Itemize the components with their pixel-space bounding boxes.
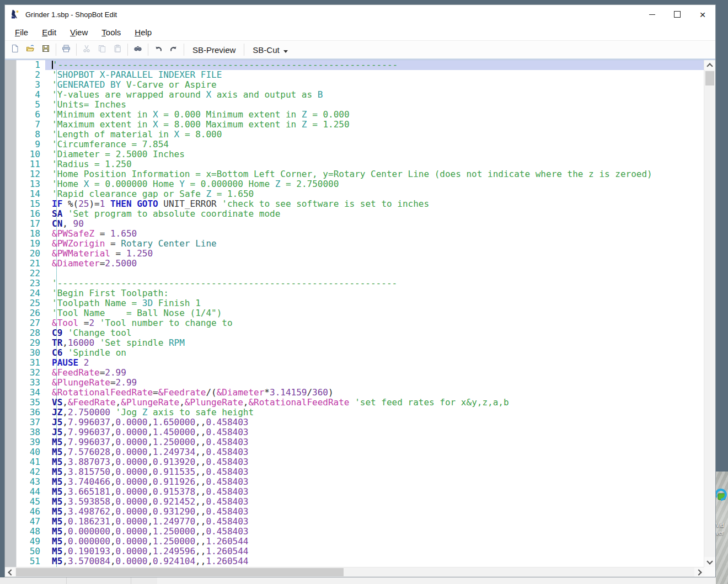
code-line-17[interactable]: 17CN, 90 <box>17 219 704 229</box>
save-button[interactable] <box>39 42 53 57</box>
line-number: 50 <box>17 547 45 556</box>
code-editor[interactable]: 1'--------------------------------------… <box>5 60 715 567</box>
code-line-27[interactable]: 27&Tool =2 'Tool number to change to <box>17 318 704 328</box>
code-line-40[interactable]: 40M5,7.576028,0.0000,1.249734,,0.458403 <box>17 447 704 457</box>
menu-tools[interactable]: Tools <box>96 26 126 39</box>
close-button[interactable]: × <box>690 5 715 24</box>
code-line-50[interactable]: 50M5,0.190193,0.0000,1.249596,,1.260544 <box>17 547 704 556</box>
toolbar-separator <box>56 44 56 56</box>
sb-cut-button[interactable]: SB-Cut <box>247 44 293 56</box>
editor-margin <box>5 60 17 567</box>
code-line-45[interactable]: 45M5,3.593858,0.0000,0.921452,,0.458403 <box>17 497 704 507</box>
code-line-46[interactable]: 46M5,3.498762,0.0000,0.931290,,0.458403 <box>17 507 704 517</box>
code-line-37[interactable]: 37J5,7.996037,0.0000,1.650000,,0.458403 <box>17 417 704 427</box>
code-line-34[interactable]: 34&RotationalFeedRate=&Feedrate/(&Diamet… <box>17 388 704 398</box>
code-line-5[interactable]: 5'Units= Inches <box>17 100 704 110</box>
horizontal-scrollbar[interactable] <box>5 567 704 577</box>
code-line-39[interactable]: 39M5,7.996037,0.0000,1.250000,,0.458403 <box>17 437 704 447</box>
code-line-22[interactable]: 22 <box>17 269 704 278</box>
code-line-18[interactable]: 18&PWSafeZ = 1.650 <box>17 229 704 239</box>
code-line-12[interactable]: 12'Home Position Information = x=Bottom … <box>17 169 704 179</box>
code-line-20[interactable]: 20&PWMaterial = 1.250 <box>17 249 704 259</box>
code-line-38[interactable]: 38J5,7.996037,0.0000,1.450000,,0.458403 <box>17 427 704 437</box>
code-line-35[interactable]: 35VS,&FeedRate,&PlungeRate,&PlungeRate,&… <box>17 398 704 408</box>
menu-file[interactable]: File <box>9 26 34 39</box>
taskbar-divider <box>66 577 67 584</box>
copy-icon <box>98 44 106 55</box>
line-number: 42 <box>17 467 45 477</box>
menu-help[interactable]: Help <box>129 26 157 39</box>
line-number: 1 <box>17 60 45 70</box>
paste-icon <box>113 44 122 55</box>
code-line-43[interactable]: 43M5,3.740466,0.0000,0.911926,,0.458403 <box>17 477 704 487</box>
open-file-icon <box>26 44 35 55</box>
code-line-48[interactable]: 48M5,0.000000,0.0000,1.250000,,0.458403 <box>17 527 704 537</box>
code-line-7[interactable]: 7'Maximum extent in X = 8.000 Maximum ex… <box>17 120 704 130</box>
code-line-49[interactable]: 49M5,0.000000,0.0000,1.250000,,1.260544 <box>17 537 704 547</box>
scroll-right-button[interactable] <box>694 567 704 577</box>
scroll-left-button[interactable] <box>5 567 15 577</box>
code-line-25[interactable]: 25'Toolpath Name = 3D Finish 1 <box>17 298 704 308</box>
code-line-8[interactable]: 8'Length of material in X = 8.000 <box>17 130 704 140</box>
redo-button[interactable] <box>167 42 181 57</box>
code-line-24[interactable]: 24'Begin First Toolpath: <box>17 288 704 298</box>
line-number: 13 <box>17 179 45 189</box>
video-converter-icon[interactable] <box>716 487 728 501</box>
maximize-button[interactable] <box>665 5 690 24</box>
line-number: 11 <box>17 159 45 169</box>
code-line-3[interactable]: 3'GENERATED BY V-Carve or Aspire <box>17 80 704 90</box>
code-line-33[interactable]: 33&PlungeRate=2.99 <box>17 378 704 388</box>
scroll-down-button[interactable] <box>704 557 715 567</box>
minimize-icon <box>649 14 655 15</box>
new-file-button[interactable] <box>8 42 22 57</box>
desktop-icon-label: ver <box>716 530 728 537</box>
sb-preview-button[interactable]: SB-Preview <box>186 44 242 56</box>
code-line-10[interactable]: 10'Diameter = 2.5000 Inches <box>17 149 704 159</box>
code-line-30[interactable]: 30C6 'Spindle on <box>17 348 704 358</box>
code-line-11[interactable]: 11'Radius = 1.250 <box>17 159 704 169</box>
app-window: Grinder 1.sbp - ShopBot Edit × FileEditV… <box>4 4 716 577</box>
horizontal-scroll-thumb[interactable] <box>16 568 344 576</box>
open-file-button[interactable] <box>23 42 38 57</box>
code-line-9[interactable]: 9'Circumferance = 7.854 <box>17 140 704 149</box>
chevron-left-icon <box>8 569 14 575</box>
undo-button[interactable] <box>151 42 165 57</box>
scroll-up-button[interactable] <box>704 60 715 70</box>
code-line-14[interactable]: 14'Rapid clearance gap or Safe Z = 1.650 <box>17 189 704 199</box>
code-line-19[interactable]: 19&PWZorigin = Rotary Center Line <box>17 239 704 249</box>
code-line-41[interactable]: 41M5,3.887073,0.0000,0.913920,,0.458403 <box>17 457 704 467</box>
menu-edit[interactable]: Edit <box>36 26 62 39</box>
code-line-44[interactable]: 44M5,3.665181,0.0000,0.915378,,0.458403 <box>17 487 704 497</box>
code-line-15[interactable]: 15IF %(25)=1 THEN GOTO UNIT_ERROR 'check… <box>17 199 704 209</box>
code-line-42[interactable]: 42M5,3.815750,0.0000,0.911535,,0.458403 <box>17 467 704 477</box>
find-button[interactable] <box>131 42 145 57</box>
taskbar[interactable] <box>0 577 716 584</box>
code-line-51[interactable]: 51M5,3.570084,0.0000,0.924104,,1.260544 <box>17 556 704 566</box>
code-line-32[interactable]: 32&FeedRate=2.99 <box>17 368 704 378</box>
code-line-1[interactable]: 1'--------------------------------------… <box>17 60 704 70</box>
code-line-6[interactable]: 6'Minimum extent in X = 0.000 Minimum ex… <box>17 110 704 120</box>
line-number: 16 <box>17 209 45 219</box>
code-text-area[interactable]: 1'--------------------------------------… <box>17 60 704 567</box>
code-line-26[interactable]: 26'Tool Name = Ball Nose (1/4") <box>17 308 704 318</box>
code-line-4[interactable]: 4'Y-values are wrapped around X axis and… <box>17 90 704 100</box>
toolbar-separator <box>244 44 244 56</box>
code-line-23[interactable]: 23'-------------------------------------… <box>17 278 704 288</box>
vertical-scrollbar[interactable] <box>704 60 715 567</box>
code-line-16[interactable]: 16SA 'Set program to absolute coordinate… <box>17 209 704 219</box>
line-number: 47 <box>17 517 45 527</box>
code-line-29[interactable]: 29TR,16000 'Set spindle RPM <box>17 338 704 348</box>
code-line-2[interactable]: 2'SHOPBOT X-PARALLEL INDEXER FILE <box>17 70 704 80</box>
code-line-36[interactable]: 36JZ,2.750000 'Jog Z axis to safe height <box>17 408 704 417</box>
print-button[interactable] <box>59 42 73 57</box>
minimize-button[interactable] <box>639 5 665 24</box>
code-line-47[interactable]: 47M5,0.186231,0.0000,1.249770,,0.458403 <box>17 517 704 527</box>
vertical-scroll-thumb[interactable] <box>705 71 714 85</box>
line-number: 44 <box>17 487 45 497</box>
code-line-31[interactable]: 31PAUSE 2 <box>17 358 704 368</box>
code-line-13[interactable]: 13'Home X = 0.000000 Home Y = 0.000000 H… <box>17 179 704 189</box>
menu-view[interactable]: View <box>65 26 93 39</box>
code-line-21[interactable]: 21&Diameter=2.5000 <box>17 259 704 269</box>
window-controls: × <box>639 5 715 24</box>
code-line-28[interactable]: 28C9 'Change tool <box>17 328 704 338</box>
